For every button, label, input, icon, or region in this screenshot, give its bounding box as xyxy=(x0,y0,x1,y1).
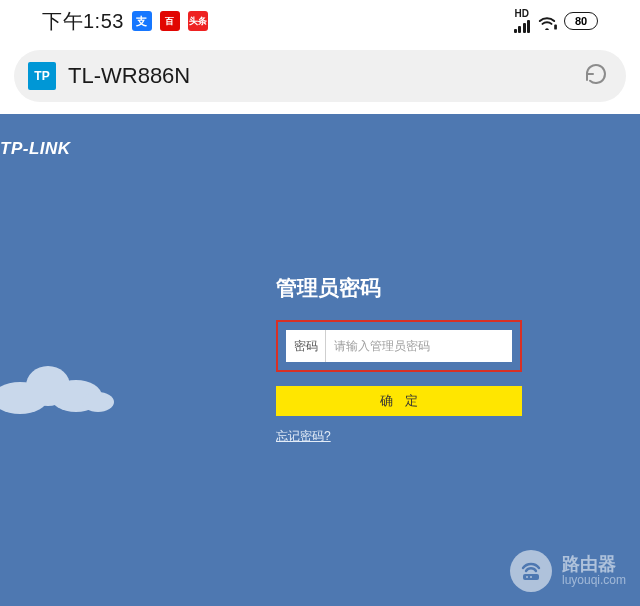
password-field-highlight: 密码 xyxy=(276,320,522,372)
toutiao-icon: 头条 xyxy=(188,11,208,31)
submit-button[interactable]: 确定 xyxy=(276,386,522,416)
wifi-icon xyxy=(536,12,558,30)
status-bar: 下午1:53 支 百 头条 HD 80 xyxy=(0,0,640,42)
cellular-signal-icon: HD xyxy=(514,9,531,33)
status-left: 下午1:53 支 百 头条 xyxy=(42,8,208,35)
login-panel: 管理员密码 密码 确定 忘记密码? xyxy=(276,274,522,445)
clock: 下午1:53 xyxy=(42,8,124,35)
address-bar[interactable]: TP TL-WR886N xyxy=(14,50,626,102)
page-content: TP-LINK 管理员密码 密码 确定 忘记密码? xyxy=(0,114,640,606)
password-input[interactable] xyxy=(326,330,512,362)
forgot-password-link[interactable]: 忘记密码? xyxy=(276,428,331,445)
password-field-row: 密码 xyxy=(286,330,512,362)
reload-icon[interactable] xyxy=(584,62,608,90)
router-icon xyxy=(510,550,552,592)
baidu-icon: 百 xyxy=(160,11,180,31)
status-right: HD 80 xyxy=(514,9,599,33)
svg-rect-0 xyxy=(554,25,557,30)
cloud-decoration xyxy=(0,356,120,416)
address-text[interactable]: TL-WR886N xyxy=(68,63,572,89)
svg-point-7 xyxy=(530,576,532,578)
watermark-domain: luyouqi.com xyxy=(562,574,626,588)
site-favicon: TP xyxy=(28,62,56,90)
login-title: 管理员密码 xyxy=(276,274,522,302)
watermark: 路由器 luyouqi.com xyxy=(510,550,626,592)
svg-point-6 xyxy=(526,576,528,578)
svg-point-4 xyxy=(82,392,114,412)
password-label: 密码 xyxy=(286,330,326,362)
watermark-title: 路由器 xyxy=(562,554,626,575)
alipay-icon: 支 xyxy=(132,11,152,31)
address-bar-container: TP TL-WR886N xyxy=(0,42,640,114)
brand-logo: TP-LINK xyxy=(0,139,71,159)
battery-icon: 80 xyxy=(564,12,598,30)
